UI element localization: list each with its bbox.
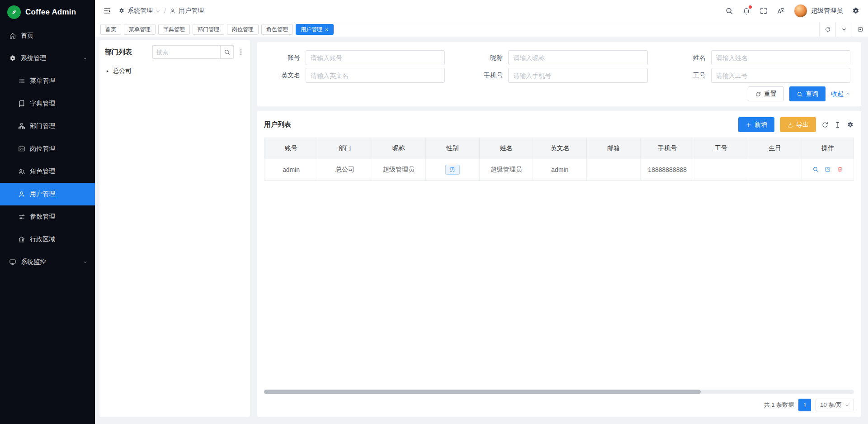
field-label: 昵称 [470, 54, 503, 62]
fullscreen-icon[interactable] [760, 7, 768, 15]
sidebar-item-dict-management[interactable]: 字典管理 [0, 92, 95, 115]
export-button[interactable]: 导出 [780, 117, 816, 132]
edit-button[interactable] [825, 166, 831, 172]
tree-item-head-office[interactable]: 总公司 [105, 66, 245, 76]
cell-email [587, 159, 641, 181]
sidebar-item-menu-management[interactable]: 菜单管理 [0, 70, 95, 92]
plus-icon [745, 122, 752, 128]
table-card-header: 用户列表 新增 导出 [264, 117, 854, 132]
table-toolbar: 新增 导出 [738, 117, 854, 132]
department-search-button[interactable] [220, 45, 234, 59]
close-icon[interactable] [325, 28, 329, 32]
top-header: 系统管理 / 用户管理 超级管理员 [95, 0, 868, 22]
refresh-icon [821, 121, 829, 129]
sidebar-item-label: 参数管理 [30, 213, 55, 221]
export-button-label: 导出 [796, 121, 809, 129]
app-title: Coffee Admin [25, 8, 76, 17]
tab-label: 部门管理 [198, 26, 219, 33]
cell-birthday [748, 159, 802, 181]
tab-role-management[interactable]: 角色管理 [261, 24, 293, 35]
app-logo[interactable]: Coffee Admin [0, 0, 95, 24]
tab-label: 字典管理 [163, 26, 185, 33]
settings-gear-icon[interactable] [852, 7, 860, 15]
nickname-input[interactable] [508, 50, 647, 65]
horizontal-scrollbar[interactable] [264, 390, 854, 394]
page-size-select[interactable]: 10 条/页 [816, 399, 854, 411]
query-button[interactable]: 查询 [789, 86, 826, 101]
name-input[interactable] [711, 50, 850, 65]
pagination-page-1[interactable]: 1 [798, 399, 811, 411]
tree-item-label: 总公司 [113, 67, 132, 75]
column-settings-button[interactable] [847, 121, 854, 129]
sidebar-item-home[interactable]: 首页 [0, 24, 95, 47]
table-row: admin 总公司 超级管理员 男 超级管理员 admin 1888888888… [264, 159, 854, 181]
sidebar-item-role-management[interactable]: 角色管理 [0, 160, 95, 183]
tab-menu-management[interactable]: 菜单管理 [124, 24, 156, 35]
sidebar-item-label: 系统监控 [21, 258, 46, 266]
tab-label: 角色管理 [266, 26, 288, 33]
user-name: 超级管理员 [811, 7, 843, 15]
filter-field-account: 账号 [268, 50, 445, 65]
phone-input[interactable] [508, 68, 647, 83]
maximize-icon [857, 26, 863, 33]
add-user-button[interactable]: 新增 [738, 117, 774, 132]
sidebar-item-admin-region[interactable]: 行政区域 [0, 228, 95, 251]
department-panel-title: 部门列表 [105, 48, 132, 57]
breadcrumb-label: 系统管理 [127, 7, 153, 15]
tab-post-management[interactable]: 岗位管理 [227, 24, 259, 35]
department-search-input[interactable] [152, 45, 220, 59]
tab-dropdown-button[interactable] [835, 22, 852, 37]
tab-refresh-button[interactable] [819, 22, 835, 37]
sidebar-item-user-management[interactable]: 用户管理 [0, 183, 95, 205]
field-label: 工号 [673, 71, 706, 80]
column-header-job-no: 工号 [694, 138, 748, 159]
en-name-input[interactable] [306, 68, 445, 83]
column-header-gender: 性别 [425, 138, 479, 159]
users-icon [18, 168, 25, 175]
tab-dept-management[interactable]: 部门管理 [193, 24, 224, 35]
sidebar-item-dept-management[interactable]: 部门管理 [0, 115, 95, 138]
menu-fold-icon[interactable] [103, 7, 111, 15]
sidebar-item-param-management[interactable]: 参数管理 [0, 205, 95, 228]
row-height-button[interactable] [834, 121, 841, 129]
monitor-icon [9, 258, 16, 266]
department-panel: 部门列表 总公司 [99, 40, 250, 417]
user-menu[interactable]: 超级管理员 [794, 4, 843, 18]
chevron-down-icon [156, 9, 160, 14]
tab-user-management[interactable]: 用户管理 [296, 24, 334, 35]
breadcrumb-user-management: 用户管理 [170, 7, 204, 15]
search-icon[interactable] [725, 7, 733, 15]
avatar [794, 4, 807, 18]
tab-home[interactable]: 首页 [100, 24, 121, 35]
field-label: 账号 [268, 54, 300, 62]
reset-button[interactable]: 重置 [748, 86, 784, 101]
sidebar-item-system-monitor[interactable]: 系统监控 [0, 251, 95, 273]
filter-field-nickname: 昵称 [470, 50, 647, 65]
column-header-name: 姓名 [479, 138, 533, 159]
view-button[interactable] [812, 166, 819, 172]
cell-name: 超级管理员 [479, 159, 533, 181]
sidebar-item-post-management[interactable]: 岗位管理 [0, 138, 95, 160]
breadcrumb-system-management[interactable]: 系统管理 [118, 7, 160, 15]
collapse-link[interactable]: 收起 [831, 90, 850, 98]
sidebar: Coffee Admin 首页 系统管理 菜单管理 字典管理 部门管理 岗位管理… [0, 0, 95, 424]
notification-bell[interactable] [742, 7, 750, 15]
tab-maximize-button[interactable] [852, 22, 868, 37]
search-icon [797, 91, 803, 97]
sidebar-item-label: 字典管理 [30, 100, 55, 108]
chevron-up-icon [83, 56, 88, 61]
scrollbar-thumb[interactable] [264, 390, 701, 394]
field-label: 手机号 [470, 71, 503, 80]
translate-icon[interactable] [777, 7, 785, 15]
delete-button[interactable] [837, 166, 843, 172]
filter-field-en-name: 英文名 [268, 68, 445, 83]
org-tree-icon [18, 123, 25, 130]
job-no-input[interactable] [711, 68, 850, 83]
kebab-menu-icon[interactable] [237, 48, 245, 56]
table-refresh-button[interactable] [821, 121, 829, 129]
sidebar-item-system-management[interactable]: 系统管理 [0, 47, 95, 70]
tab-dict-management[interactable]: 字典管理 [158, 24, 190, 35]
sidebar-item-label: 角色管理 [30, 167, 55, 176]
refresh-icon [825, 26, 831, 33]
account-input[interactable] [306, 50, 445, 65]
